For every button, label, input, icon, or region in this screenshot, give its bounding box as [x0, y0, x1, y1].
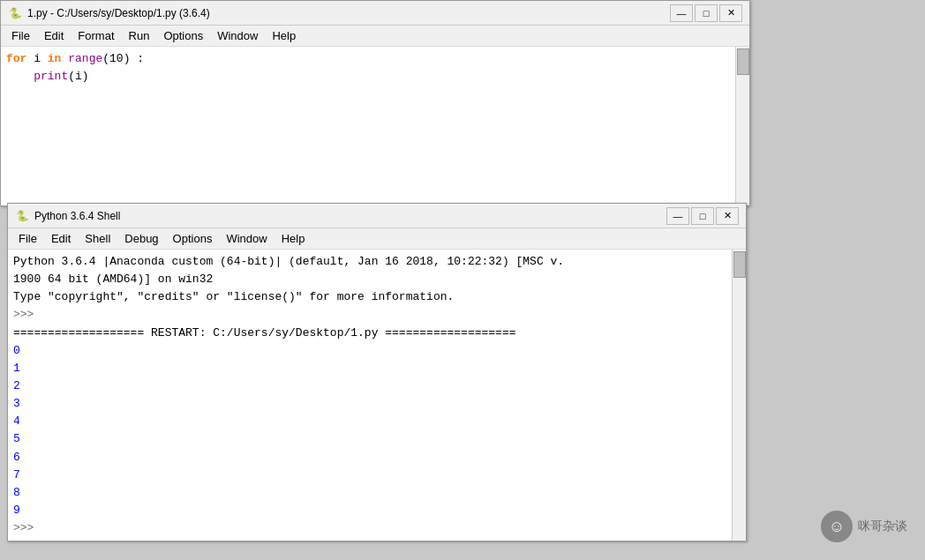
titlebar-left: 🐍 1.py - C:/Users/sy/Desktop/1.py (3.6.4… — [8, 6, 210, 20]
editor-close-btn[interactable]: ✕ — [719, 4, 742, 22]
shell-menu-debug[interactable]: Debug — [117, 230, 165, 247]
shell-titlebar: 🐍 Python 3.6.4 Shell — □ ✕ — [8, 204, 746, 228]
shell-num-1: 1 — [13, 360, 728, 377]
editor-controls: — □ ✕ — [670, 4, 742, 22]
shell-prompt-2: >>> — [13, 519, 728, 537]
shell-close-btn[interactable]: ✕ — [716, 207, 739, 225]
shell-num-3: 3 — [13, 395, 728, 413]
shell-scrollbar-thumb[interactable] — [733, 251, 746, 278]
shell-minimize-btn[interactable]: — — [666, 207, 689, 225]
editor-scrollbar-thumb[interactable] — [737, 49, 749, 75]
shell-controls: — □ ✕ — [666, 207, 739, 225]
editor-menubar: File Edit Format Run Options Window Help — [1, 26, 749, 47]
menu-window[interactable]: Window — [210, 27, 265, 44]
shell-num-7: 7 — [13, 467, 728, 484]
shell-menu-help[interactable]: Help — [274, 230, 312, 247]
shell-info-2: 1900 64 bit (AMD64)] on win32 — [13, 271, 728, 288]
shell-num-0: 0 — [13, 342, 728, 360]
shell-window: 🐍 Python 3.6.4 Shell — □ ✕ File Edit She… — [7, 203, 747, 541]
shell-menubar: File Edit Shell Debug Options Window Hel… — [8, 228, 746, 250]
menu-format[interactable]: Format — [71, 27, 121, 44]
shell-menu-options[interactable]: Options — [166, 230, 220, 247]
editor-title: 1.py - C:/Users/sy/Desktop/1.py (3.6.4) — [27, 7, 210, 19]
shell-num-5: 5 — [13, 430, 728, 448]
shell-menu-window[interactable]: Window — [219, 230, 274, 247]
shell-num-6: 6 — [13, 449, 728, 467]
editor-window: 🐍 1.py - C:/Users/sy/Desktop/1.py (3.6.4… — [0, 0, 750, 206]
shell-menu-edit[interactable]: Edit — [44, 230, 78, 247]
watermark: ☺ 咪哥杂谈 — [821, 511, 907, 542]
code-line-1: for i in range(10) : — [6, 50, 732, 68]
shell-prompt-1: >>> — [13, 306, 728, 324]
menu-options[interactable]: Options — [156, 27, 210, 44]
shell-maximize-btn[interactable]: □ — [691, 207, 714, 225]
editor-minimize-btn[interactable]: — — [670, 4, 693, 22]
menu-file[interactable]: File — [4, 27, 37, 44]
editor-maximize-btn[interactable]: □ — [695, 4, 718, 22]
shell-num-2: 2 — [13, 377, 728, 395]
editor-titlebar: 🐍 1.py - C:/Users/sy/Desktop/1.py (3.6.4… — [1, 1, 749, 26]
shell-icon: 🐍 — [15, 209, 29, 223]
shell-info-1: Python 3.6.4 |Anaconda custom (64-bit)| … — [13, 253, 728, 271]
shell-titlebar-left: 🐍 Python 3.6.4 Shell — [15, 209, 120, 223]
menu-help[interactable]: Help — [265, 27, 303, 44]
shell-content[interactable]: Python 3.6.4 |Anaconda custom (64-bit)| … — [8, 250, 746, 541]
shell-num-9: 9 — [13, 502, 728, 519]
shell-info-3: Type "copyright", "credits" or "license(… — [13, 288, 728, 306]
shell-title: Python 3.6.4 Shell — [34, 210, 120, 222]
editor-scrollbar[interactable] — [735, 47, 749, 205]
watermark-icon: ☺ — [821, 511, 853, 542]
editor-content[interactable]: for i in range(10) : print(i) — [1, 47, 749, 205]
menu-edit[interactable]: Edit — [37, 27, 71, 44]
editor-icon: 🐍 — [8, 6, 22, 20]
shell-restart: =================== RESTART: C:/Users/sy… — [13, 325, 728, 342]
shell-num-4: 4 — [13, 413, 728, 430]
watermark-text: 咪哥杂谈 — [858, 519, 907, 534]
shell-num-8: 8 — [13, 484, 728, 502]
shell-menu-file[interactable]: File — [11, 230, 44, 247]
code-line-2: print(i) — [6, 68, 732, 86]
shell-menu-shell[interactable]: Shell — [78, 230, 117, 247]
shell-scrollbar[interactable] — [732, 250, 746, 541]
menu-run[interactable]: Run — [122, 27, 157, 44]
